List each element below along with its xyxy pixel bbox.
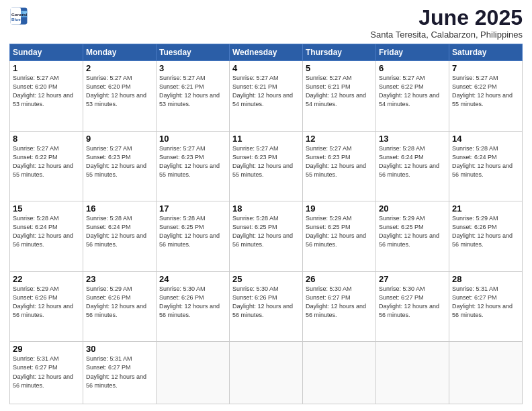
day-number: 7: [452, 63, 519, 73]
day-number: 29: [13, 344, 80, 354]
header-thursday: Thursday: [303, 44, 376, 61]
day-info: Sunrise: 5:28 AM Sunset: 6:24 PM Dayligh…: [13, 214, 80, 249]
logo-icon: General Blue: [9, 7, 28, 26]
day-info: Sunrise: 5:27 AM Sunset: 6:20 PM Dayligh…: [86, 74, 153, 109]
day-info: Sunrise: 5:30 AM Sunset: 6:26 PM Dayligh…: [232, 285, 300, 320]
calendar-cell-25: 25 Sunrise: 5:30 AM Sunset: 6:26 PM Dayl…: [230, 271, 303, 342]
day-number: 2: [86, 63, 153, 73]
calendar-week-2: 8 Sunrise: 5:27 AM Sunset: 6:22 PM Dayli…: [10, 131, 523, 201]
day-number: 14: [452, 134, 519, 144]
calendar-cell-empty: [449, 342, 523, 404]
calendar-cell-15: 15 Sunrise: 5:28 AM Sunset: 6:24 PM Dayl…: [10, 201, 83, 272]
calendar-cell-23: 23 Sunrise: 5:29 AM Sunset: 6:26 PM Dayl…: [83, 271, 157, 342]
day-info: Sunrise: 5:29 AM Sunset: 6:26 PM Dayligh…: [452, 214, 519, 249]
calendar-cell-1: 1 Sunrise: 5:27 AM Sunset: 6:20 PM Dayli…: [10, 61, 83, 132]
calendar-cell-17: 17 Sunrise: 5:28 AM Sunset: 6:25 PM Dayl…: [157, 201, 230, 272]
calendar-cell-empty: [303, 342, 376, 404]
calendar-cell-29: 29 Sunrise: 5:31 AM Sunset: 6:27 PM Dayl…: [10, 342, 83, 404]
day-number: 16: [86, 203, 153, 214]
calendar-cell-18: 18 Sunrise: 5:28 AM Sunset: 6:25 PM Dayl…: [230, 201, 303, 272]
day-number: 30: [86, 344, 153, 354]
calendar-cell-3: 3 Sunrise: 5:27 AM Sunset: 6:21 PM Dayli…: [157, 61, 230, 132]
calendar-cell-27: 27 Sunrise: 5:30 AM Sunset: 6:27 PM Dayl…: [376, 271, 449, 342]
header-wednesday: Wednesday: [230, 44, 303, 61]
day-number: 4: [232, 63, 300, 73]
day-info: Sunrise: 5:27 AM Sunset: 6:22 PM Dayligh…: [379, 74, 446, 109]
day-info: Sunrise: 5:27 AM Sunset: 6:23 PM Dayligh…: [159, 144, 226, 179]
calendar-cell-14: 14 Sunrise: 5:28 AM Sunset: 6:24 PM Dayl…: [449, 131, 523, 201]
calendar-cell-4: 4 Sunrise: 5:27 AM Sunset: 6:21 PM Dayli…: [230, 61, 303, 132]
day-info: Sunrise: 5:27 AM Sunset: 6:23 PM Dayligh…: [232, 144, 300, 179]
calendar-cell-24: 24 Sunrise: 5:30 AM Sunset: 6:26 PM Dayl…: [157, 271, 230, 342]
calendar-cell-22: 22 Sunrise: 5:29 AM Sunset: 6:26 PM Dayl…: [10, 271, 83, 342]
header: General Blue June 2025 Santa Teresita, C…: [9, 7, 523, 40]
day-info: Sunrise: 5:28 AM Sunset: 6:24 PM Dayligh…: [379, 144, 446, 179]
day-number: 27: [379, 274, 446, 284]
day-number: 17: [159, 203, 226, 214]
day-info: Sunrise: 5:27 AM Sunset: 6:23 PM Dayligh…: [86, 144, 153, 179]
page: General Blue June 2025 Santa Teresita, C…: [0, 0, 532, 411]
day-number: 5: [306, 63, 373, 73]
day-number: 23: [86, 274, 153, 284]
day-number: 28: [452, 274, 519, 284]
day-info: Sunrise: 5:27 AM Sunset: 6:21 PM Dayligh…: [159, 74, 226, 109]
calendar-cell-empty: [230, 342, 303, 404]
day-number: 18: [232, 203, 300, 214]
header-right: June 2025 Santa Teresita, Calabarzon, Ph…: [370, 7, 523, 40]
calendar-cell-2: 2 Sunrise: 5:27 AM Sunset: 6:20 PM Dayli…: [83, 61, 157, 132]
day-number: 3: [159, 63, 226, 73]
calendar-cell-21: 21 Sunrise: 5:29 AM Sunset: 6:26 PM Dayl…: [449, 201, 523, 272]
day-number: 21: [452, 203, 519, 214]
day-info: Sunrise: 5:27 AM Sunset: 6:21 PM Dayligh…: [306, 74, 373, 109]
day-number: 24: [159, 274, 226, 284]
day-info: Sunrise: 5:27 AM Sunset: 6:20 PM Dayligh…: [13, 74, 80, 109]
calendar-cell-8: 8 Sunrise: 5:27 AM Sunset: 6:22 PM Dayli…: [10, 131, 83, 201]
day-info: Sunrise: 5:30 AM Sunset: 6:26 PM Dayligh…: [159, 285, 226, 320]
calendar-table: Sunday Monday Tuesday Wednesday Thursday…: [9, 44, 523, 404]
day-info: Sunrise: 5:27 AM Sunset: 6:21 PM Dayligh…: [232, 74, 300, 109]
calendar-cell-19: 19 Sunrise: 5:29 AM Sunset: 6:25 PM Dayl…: [303, 201, 376, 272]
day-number: 1: [13, 63, 80, 73]
day-info: Sunrise: 5:29 AM Sunset: 6:25 PM Dayligh…: [379, 214, 446, 249]
day-number: 19: [306, 203, 373, 214]
calendar-cell-28: 28 Sunrise: 5:31 AM Sunset: 6:27 PM Dayl…: [449, 271, 523, 342]
calendar-cell-12: 12 Sunrise: 5:27 AM Sunset: 6:23 PM Dayl…: [303, 131, 376, 201]
calendar-header-row: Sunday Monday Tuesday Wednesday Thursday…: [10, 44, 523, 61]
day-number: 9: [86, 134, 153, 144]
day-number: 11: [232, 134, 300, 144]
day-info: Sunrise: 5:28 AM Sunset: 6:24 PM Dayligh…: [452, 144, 519, 179]
day-number: 8: [13, 134, 80, 144]
day-number: 13: [379, 134, 446, 144]
day-number: 10: [159, 134, 226, 144]
day-info: Sunrise: 5:31 AM Sunset: 6:27 PM Dayligh…: [13, 355, 80, 390]
calendar-week-1: 1 Sunrise: 5:27 AM Sunset: 6:20 PM Dayli…: [10, 61, 523, 132]
month-title: June 2025: [370, 7, 523, 28]
svg-text:General: General: [11, 12, 27, 17]
day-number: 26: [306, 274, 373, 284]
header-tuesday: Tuesday: [157, 44, 230, 61]
day-number: 12: [306, 134, 373, 144]
day-info: Sunrise: 5:27 AM Sunset: 6:23 PM Dayligh…: [306, 144, 373, 179]
day-info: Sunrise: 5:29 AM Sunset: 6:25 PM Dayligh…: [306, 214, 373, 249]
calendar-cell-11: 11 Sunrise: 5:27 AM Sunset: 6:23 PM Dayl…: [230, 131, 303, 201]
calendar-cell-6: 6 Sunrise: 5:27 AM Sunset: 6:22 PM Dayli…: [376, 61, 449, 132]
calendar-cell-16: 16 Sunrise: 5:28 AM Sunset: 6:24 PM Dayl…: [83, 201, 157, 272]
location: Santa Teresita, Calabarzon, Philippines: [370, 30, 523, 40]
day-info: Sunrise: 5:31 AM Sunset: 6:27 PM Dayligh…: [86, 355, 153, 390]
logo: General Blue: [9, 7, 28, 26]
day-info: Sunrise: 5:29 AM Sunset: 6:26 PM Dayligh…: [13, 285, 80, 320]
calendar-cell-7: 7 Sunrise: 5:27 AM Sunset: 6:22 PM Dayli…: [449, 61, 523, 132]
day-number: 20: [379, 203, 446, 214]
calendar-week-3: 15 Sunrise: 5:28 AM Sunset: 6:24 PM Dayl…: [10, 201, 523, 272]
header-friday: Friday: [376, 44, 449, 61]
calendar-cell-9: 9 Sunrise: 5:27 AM Sunset: 6:23 PM Dayli…: [83, 131, 157, 201]
day-info: Sunrise: 5:28 AM Sunset: 6:25 PM Dayligh…: [232, 214, 300, 249]
calendar-week-5: 29 Sunrise: 5:31 AM Sunset: 6:27 PM Dayl…: [10, 342, 523, 404]
calendar-cell-20: 20 Sunrise: 5:29 AM Sunset: 6:25 PM Dayl…: [376, 201, 449, 272]
day-number: 22: [13, 274, 80, 284]
calendar-cell-5: 5 Sunrise: 5:27 AM Sunset: 6:21 PM Dayli…: [303, 61, 376, 132]
day-info: Sunrise: 5:30 AM Sunset: 6:27 PM Dayligh…: [306, 285, 373, 320]
day-number: 6: [379, 63, 446, 73]
day-info: Sunrise: 5:27 AM Sunset: 6:22 PM Dayligh…: [452, 74, 519, 109]
header-sunday: Sunday: [10, 44, 83, 61]
